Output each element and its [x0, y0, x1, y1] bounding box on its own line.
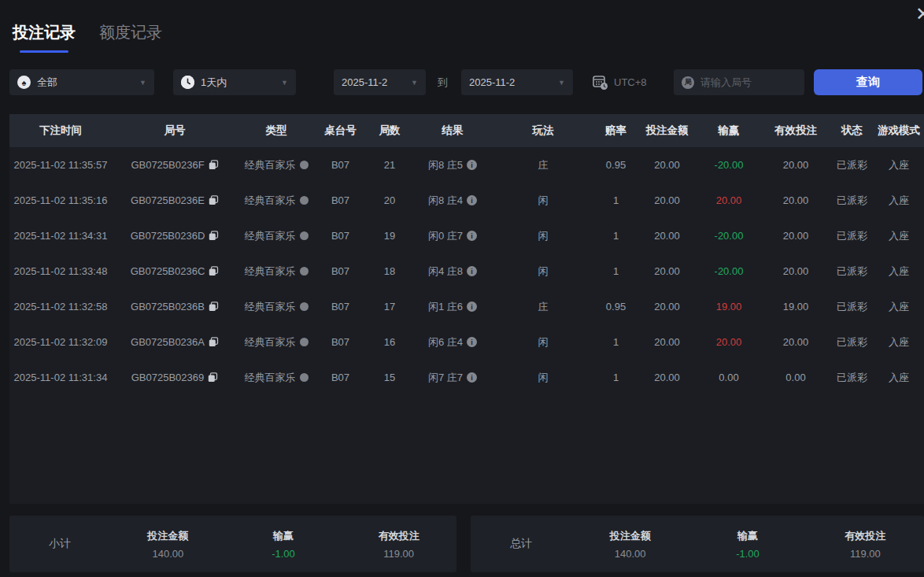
- win-loss-cell: 20.00: [697, 324, 761, 360]
- timezone-label: UTC+8: [614, 76, 647, 88]
- game-type-value: 全部: [37, 76, 57, 90]
- game-type-cell: 经典百家乐: [238, 218, 315, 253]
- round-no-cell: 18: [366, 253, 413, 289]
- live-dot-icon: [300, 302, 309, 311]
- game-mode-cell: 入座: [874, 183, 924, 218]
- game-mode-cell: 入座: [874, 360, 924, 395]
- win-loss-value: -1.00: [226, 548, 342, 560]
- bet-amount-label: 投注金额: [571, 529, 689, 543]
- play-type-cell: 庄: [492, 147, 594, 183]
- play-type-cell: 庄: [492, 289, 594, 324]
- round-id-cell: GB0725B0236C: [112, 253, 238, 289]
- game-mode-cell: 入座: [874, 147, 924, 183]
- copy-icon[interactable]: [208, 372, 218, 383]
- round-no-cell: 21: [366, 147, 413, 183]
- time-range-select[interactable]: 1天内 ▼: [173, 69, 296, 95]
- win-loss-cell: 19.00: [697, 289, 761, 324]
- search-button[interactable]: 查询: [814, 69, 922, 95]
- odds-cell: 1: [594, 253, 638, 289]
- column-header-0: 下注时间: [9, 114, 112, 147]
- game-type-cell: 经典百家乐: [238, 360, 315, 395]
- status-cell: 已派彩: [830, 289, 874, 324]
- tab-betting-records[interactable]: 投注记录: [13, 22, 76, 53]
- chevron-down-icon: ▼: [411, 79, 418, 87]
- win-loss-cell: -20.00: [697, 218, 761, 253]
- round-id-cell: GB0725B02369: [112, 360, 238, 395]
- round-no-cell: 19: [366, 218, 413, 253]
- win-loss-cell: -20.00: [697, 147, 761, 183]
- game-type-select[interactable]: ♠ 全部 ▼: [9, 69, 154, 95]
- valid-bet-value: 119.00: [341, 548, 456, 560]
- bet-amount-value: 140.00: [110, 548, 226, 560]
- total-box: 总计 投注金额 140.00 输赢 -1.00 有效投注 119.00: [471, 516, 924, 572]
- copy-icon[interactable]: [209, 195, 219, 205]
- copy-icon[interactable]: [209, 266, 219, 276]
- result-cell: 闲8 庄5i: [413, 147, 492, 183]
- result-cell: 闲0 庄7i: [413, 218, 492, 253]
- table-row: 2025-11-02 11:33:48GB0725B0236C经典百家乐B071…: [9, 253, 924, 289]
- bet-amount-cell: 20.00: [638, 360, 697, 395]
- date-from-select[interactable]: 2025-11-2 ▼: [334, 69, 426, 95]
- odds-cell: 1: [594, 183, 638, 218]
- calendar-clock-icon[interactable]: [592, 74, 608, 91]
- bet-time-cell: 2025-11-02 11:34:31: [9, 218, 112, 253]
- info-icon[interactable]: i: [467, 301, 477, 312]
- win-loss-cell: 0.00: [697, 360, 761, 395]
- table-row: 2025-11-02 11:32:58GB0725B0236B经典百家乐B071…: [9, 289, 924, 324]
- spade-icon: ♠: [17, 76, 31, 89]
- column-header-8: 投注金额: [638, 114, 697, 147]
- info-icon[interactable]: i: [467, 160, 477, 170]
- info-icon[interactable]: i: [467, 372, 477, 383]
- bet-amount-cell: 20.00: [638, 218, 697, 253]
- copy-icon[interactable]: [209, 301, 219, 312]
- table-no-cell: B07: [315, 183, 366, 218]
- live-dot-icon: [300, 373, 309, 382]
- info-icon[interactable]: i: [467, 195, 477, 205]
- table-no-cell: B07: [315, 147, 366, 183]
- odds-cell: 0.95: [594, 147, 638, 183]
- timezone-indicator: UTC+8: [592, 69, 647, 95]
- status-cell: 已派彩: [830, 253, 874, 289]
- table-row: 2025-11-02 11:35:16GB0725B0236E经典百家乐B072…: [9, 183, 924, 218]
- bet-time-cell: 2025-11-02 11:31:34: [9, 360, 112, 395]
- bet-time-cell: 2025-11-02 11:35:16: [9, 183, 112, 218]
- bet-time-cell: 2025-11-02 11:32:09: [9, 324, 112, 360]
- subtotal-win-group: 输赢 -1.00: [226, 529, 342, 560]
- info-icon[interactable]: i: [467, 337, 477, 347]
- table-header-row: 下注时间局号类型桌台号局数结果玩法赔率投注金额输赢有效投注状态游戏模式: [9, 114, 924, 147]
- date-to-select[interactable]: 2025-11-2 ▼: [461, 69, 573, 95]
- date-range-to-label: 到: [438, 69, 448, 95]
- status-cell: 已派彩: [830, 324, 874, 360]
- win-loss-label: 输赢: [226, 529, 342, 543]
- play-type-cell: 闲: [492, 183, 594, 218]
- copy-icon[interactable]: [209, 231, 219, 241]
- copy-icon[interactable]: [209, 160, 219, 170]
- close-icon[interactable]: ✕: [915, 5, 924, 24]
- game-type-cell: 经典百家乐: [238, 289, 315, 324]
- subtotal-valid-group: 有效投注 119.00: [341, 529, 456, 560]
- table-row: 2025-11-02 11:32:09GB0725B0236A经典百家乐B071…: [9, 324, 924, 360]
- info-icon[interactable]: i: [467, 266, 477, 276]
- records-table: 下注时间局号类型桌台号局数结果玩法赔率投注金额输赢有效投注状态游戏模式 2025…: [9, 114, 924, 504]
- column-header-11: 状态: [830, 114, 874, 147]
- round-id-cell: GB0725B0236D: [112, 218, 238, 253]
- bet-amount-cell: 20.00: [638, 289, 697, 324]
- subtotal-bet-group: 投注金额 140.00: [110, 529, 226, 560]
- result-cell: 闲4 庄8i: [413, 253, 492, 289]
- round-id-cell: GB0725B0236B: [112, 289, 238, 324]
- valid-bet-cell: 19.00: [761, 289, 830, 324]
- valid-bet-cell: 0.00: [761, 360, 830, 395]
- bet-amount-cell: 20.00: [638, 324, 697, 360]
- game-mode-cell: 入座: [874, 218, 924, 253]
- odds-cell: 1: [594, 218, 638, 253]
- round-search-field[interactable]: 局: [674, 69, 804, 95]
- round-search-input[interactable]: [700, 76, 787, 88]
- live-dot-icon: [300, 338, 309, 346]
- total-valid-group: 有效投注 119.00: [807, 529, 924, 560]
- copy-icon[interactable]: [209, 337, 219, 347]
- table-no-cell: B07: [315, 218, 366, 253]
- round-no-cell: 16: [366, 324, 413, 360]
- tab-quota-records[interactable]: 额度记录: [99, 22, 162, 43]
- info-icon[interactable]: i: [467, 231, 477, 241]
- win-loss-cell: 20.00: [697, 183, 761, 218]
